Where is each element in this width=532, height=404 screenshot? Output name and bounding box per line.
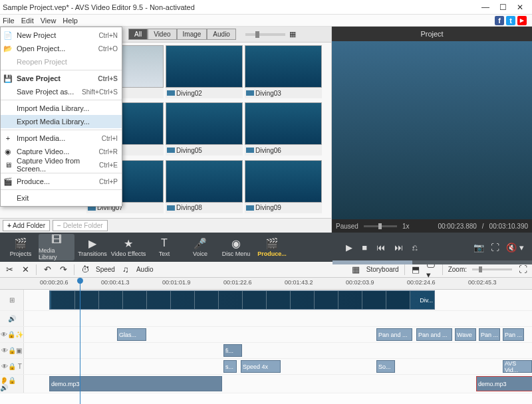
timeline-clip[interactable]: s... [223, 360, 237, 373]
snapshot-icon[interactable]: 📷 [473, 243, 484, 252]
video-icon [246, 205, 254, 211]
timeline-clip[interactable]: fi... [223, 344, 242, 357]
video-icon [246, 90, 254, 96]
tool-text[interactable]: TText [146, 234, 182, 260]
storyboard-icon[interactable]: ▦ [350, 264, 361, 275]
youtube-icon[interactable]: ▸ [517, 16, 527, 25]
split-button[interactable]: ⎌ [412, 243, 418, 252]
tool-produce[interactable]: 🎬Produce... [254, 234, 290, 260]
playback-speed: 1x [402, 223, 410, 230]
audio-label[interactable]: Audio [136, 266, 154, 273]
playback-status: Paused [336, 223, 358, 230]
menu-item[interactable]: 📂Open Project...Ctrl+O [1, 42, 122, 55]
timeline: 00:00:20.600:00:41.300:01:01.900:01:22.6… [0, 278, 532, 404]
tool-discmenu[interactable]: ◉Disc Menu [218, 234, 254, 260]
menu-item[interactable]: Import Media Library... [1, 102, 122, 115]
volume-icon[interactable]: 🔇 ▾ [506, 243, 524, 252]
stop-button[interactable]: ■ [362, 243, 367, 252]
menu-item[interactable]: +Import Media...Ctrl+I [1, 132, 122, 145]
timeline-clip[interactable]: Div... [49, 290, 435, 310]
tool-videoeffects[interactable]: ★Video Effects [110, 234, 146, 260]
zoom-label: Zoom: [448, 266, 467, 273]
menu-item[interactable]: Export Media Library... [1, 115, 122, 128]
minimize-button[interactable]: — [481, 3, 489, 11]
window-controls: — ☐ ✕ [481, 3, 529, 11]
facebook-icon[interactable]: f [495, 16, 504, 25]
speed-icon[interactable]: ⏱ [80, 264, 90, 275]
timeline-clip[interactable]: demo.mp3 [476, 376, 532, 391]
add-folder-button[interactable]: + Add Folder [3, 220, 50, 231]
storyboard-label[interactable]: Storyboard [366, 266, 399, 273]
timeline-clip[interactable]: Wave [455, 328, 476, 341]
redo-icon[interactable]: ↷ [58, 264, 68, 275]
preview-viewport[interactable] [332, 41, 532, 219]
media-clip[interactable]: Diving02 [166, 45, 243, 100]
fit-icon[interactable]: ⛶ [517, 264, 528, 275]
folder-bar: + Add Folder − Delete Folder [0, 218, 331, 233]
audio-icon[interactable]: ♫ [120, 264, 131, 275]
timeline-clip[interactable]: So... [376, 360, 395, 373]
menu-item[interactable]: Save Project as...Shift+Ctrl+S [1, 85, 122, 98]
prev-button[interactable]: ⏮ [376, 243, 385, 252]
speed-slider[interactable] [364, 225, 397, 227]
filter-image[interactable]: Image [177, 29, 207, 40]
fullscreen-icon[interactable]: ⛶ [491, 243, 499, 252]
thumb-zoom-slider[interactable] [245, 33, 285, 36]
menubar: File Edit View Help f t ▸ [0, 15, 532, 27]
video-icon [167, 90, 175, 96]
timeline-clip[interactable]: demo.mp3 [49, 376, 222, 391]
menu-view[interactable]: View [41, 17, 57, 25]
grid-view-icon[interactable]: ▦ [289, 30, 296, 39]
menu-item[interactable]: 🎬Produce...Ctrl+P [1, 175, 122, 188]
menu-edit[interactable]: Edit [21, 17, 34, 25]
playhead[interactable] [80, 278, 80, 404]
media-clip[interactable]: Diving03 [245, 45, 322, 100]
media-clip[interactable]: Diving05 [166, 102, 243, 157]
tool-medialibrary[interactable]: 🎞Media Library [39, 234, 74, 260]
timeline-zoom-slider[interactable] [472, 268, 512, 270]
time-total: 00:03:10.390 [489, 223, 528, 230]
play-button[interactable]: ▶ [346, 243, 352, 252]
timeline-clip[interactable]: Pan ... [503, 328, 524, 341]
delete-icon[interactable]: ✕ [20, 264, 31, 275]
timeline-clip[interactable]: Pan and ... [376, 328, 412, 341]
scrub-bar[interactable] [332, 260, 532, 264]
tool-projects[interactable]: 🎬Projects [3, 234, 39, 260]
monitor-icon[interactable]: 🖵 ▾ [426, 264, 437, 275]
media-clip[interactable]: Diving09 [245, 160, 322, 215]
twitter-icon[interactable]: t [506, 16, 515, 25]
timeline-clip[interactable]: Pan and ... [416, 328, 452, 341]
preview-tools: 📷 ⛶ 🔇 ▾ [473, 243, 529, 252]
menu-item: Reopen Project [1, 55, 122, 68]
menu-item[interactable]: 📄New ProjectCtrl+N [1, 29, 122, 42]
undo-icon[interactable]: ↶ [42, 264, 53, 275]
next-button[interactable]: ⏭ [394, 243, 403, 252]
filter-all[interactable]: All [128, 29, 148, 40]
maximize-button[interactable]: ☐ [499, 3, 507, 11]
tool-transitions[interactable]: ▶Transitions [74, 234, 110, 260]
tool-voice[interactable]: 🎤Voice [182, 234, 218, 260]
filter-video[interactable]: Video [148, 29, 176, 40]
timeline-clip[interactable]: AVS Vid... [503, 360, 532, 373]
overlay-track-head: 👁🔒▣ [0, 343, 24, 358]
timeline-clip[interactable]: Speed 4x [241, 360, 281, 373]
video-icon [246, 148, 254, 153]
menu-help[interactable]: Help [63, 17, 78, 25]
close-button[interactable]: ✕ [516, 3, 524, 11]
filter-audio[interactable]: Audio [207, 29, 236, 40]
filter-tabs: All Video Image Audio [128, 29, 236, 40]
play-controls: ▶ ■ ⏮ ⏭ ⎌ [290, 243, 473, 252]
media-clip[interactable]: Diving06 [245, 102, 322, 157]
timeline-clip[interactable]: Pan ... [479, 328, 500, 341]
menu-item[interactable]: Exit [1, 191, 122, 205]
media-clip[interactable]: Diving08 [166, 160, 243, 215]
speed-label[interactable]: Speed [96, 266, 115, 273]
cut-icon[interactable]: ✂ [4, 264, 15, 275]
timeline-clip[interactable]: Glas... [117, 328, 146, 341]
menu-item[interactable]: 🖥Capture Video from Screen...Ctrl+E [1, 158, 122, 171]
menu-file[interactable]: File [3, 17, 15, 25]
markers-icon[interactable]: ⬒ [410, 264, 421, 275]
menu-item[interactable]: ◉Capture Video...Ctrl+R [1, 145, 122, 158]
menu-item[interactable]: 💾Save ProjectCtrl+S [1, 72, 122, 85]
preview-status-bar: Paused 1x 00:00:23.880 / 00:03:10.390 [332, 219, 532, 233]
